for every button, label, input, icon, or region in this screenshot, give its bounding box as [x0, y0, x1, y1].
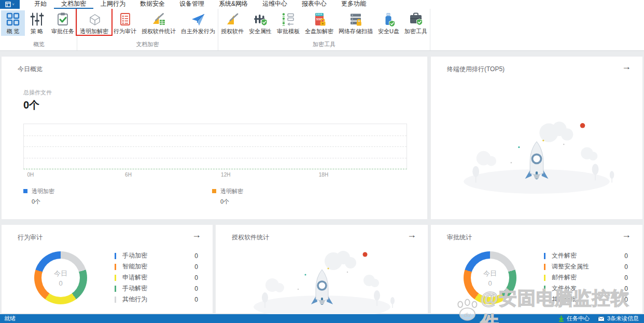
goto-arrow[interactable]: → [192, 230, 201, 239]
ssd-lock-icon: SSD [312, 12, 327, 26]
server-lock-icon [348, 12, 363, 26]
legend-swatch [115, 253, 116, 259]
gridline [24, 146, 407, 147]
donut-center-label: 今日 [54, 269, 67, 278]
ribbon-group-overview: 概 览 策 略 审批任务 [1, 9, 77, 50]
ribbon-item-licensed-software[interactable]: 授权软件 [218, 10, 246, 36]
legend-value: 0个 [220, 198, 243, 206]
legend-row: 文件解密0 [544, 250, 628, 261]
tab-data-security[interactable]: 数据安全 [133, 0, 172, 9]
legend-value: 0 [624, 274, 628, 281]
unread-messages-button[interactable]: 3条未读信息 [598, 315, 639, 322]
tab-report-center[interactable]: 报表中心 [295, 0, 334, 9]
card-title: 今日概览 [18, 65, 43, 74]
card-behavior-audit: 行为审计 → 今日 0 手动加密0 智能加密0 申请解密0 手动解密0 其他行为… [1, 224, 213, 314]
legend-label: 透明解密 [220, 188, 243, 194]
ribbon-group-doc-encryption: 透明加解密 行为审计 授权软件统计 [77, 9, 218, 50]
task-center-label: 任务中心 [567, 315, 590, 322]
tab-device-management[interactable]: 设备管理 [172, 0, 212, 9]
legend-transparent-decrypt: 透明解密 0个 [212, 187, 243, 206]
message-icon [598, 316, 605, 321]
ribbon-item-secure-usb[interactable]: 安全U盘 [375, 10, 402, 36]
x-tick: 12H [221, 172, 230, 178]
legend-label: 申请解密 [122, 273, 194, 282]
legend-label: 手动解密 [122, 284, 194, 293]
ribbon-item-label: 概 览 [6, 28, 19, 35]
ribbon-item-behavior-audit[interactable]: 行为审计 [111, 10, 139, 36]
ribbon-item-approval-tasks[interactable]: 审批任务 [49, 10, 77, 36]
ribbon-group-label: 概览 [1, 40, 77, 50]
card-terminal-ranking: 终端使用排行(TOP5) → [430, 56, 643, 220]
legend-label: 手动加密 [122, 251, 194, 260]
legend-label: 透明加密 [32, 188, 54, 194]
legend-swatch [115, 286, 116, 292]
ribbon-item-self-outgoing[interactable]: 自主外发行为 [178, 10, 218, 36]
ribbon-item-policy[interactable]: 策 略 [25, 10, 49, 36]
org-template-icon [281, 12, 296, 26]
goto-arrow[interactable]: → [407, 230, 416, 239]
donut-center: 今日 0 [471, 259, 509, 297]
legend-value: 0 [194, 274, 198, 281]
ribbon-item-label: 网络存储扫描 [339, 28, 373, 35]
behavior-legend: 手动加密0 智能加密0 申请解密0 手动解密0 其他行为0 [115, 250, 198, 305]
window-icon [5, 2, 11, 7]
legend-value: 0 [624, 252, 628, 260]
legend-swatch [23, 189, 27, 193]
statusbar: 就绪 任务中心 3条未读信息 [0, 314, 644, 323]
card-title: 行为审计 [18, 233, 43, 242]
legend-swatch [115, 297, 116, 303]
legend-swatch [544, 286, 545, 292]
card-licensed-software-stats: 授权软件统计 → [215, 224, 428, 314]
paper-plane-icon [191, 12, 205, 26]
ribbon-item-fulldisk-encryption[interactable]: SSD 全盘加解密 [302, 10, 336, 36]
menu-tabs: 开始 文档加密 上网行为 数据安全 设备管理 系统&网络 运维中心 报表中心 更… [27, 0, 373, 9]
app-menu-button[interactable]: ˅ [0, 0, 20, 9]
metric-value: 0个 [23, 98, 39, 112]
ribbon-item-label: 安全U盘 [378, 28, 399, 35]
legend-label: 文件解密 [552, 251, 624, 260]
ribbon-item-overview[interactable]: 概 览 [1, 10, 25, 36]
ribbon-item-label: 审批任务 [51, 28, 74, 35]
tab-internet-behavior[interactable]: 上网行为 [93, 0, 133, 9]
card-title: 终端使用排行(TOP5) [447, 65, 505, 74]
goto-arrow[interactable]: → [622, 62, 631, 71]
dashboard-content: 今日概览 总操作文件 0个 0H 6H 12H 18H 透明加密 0个 透明解密… [0, 51, 644, 314]
tab-more-functions[interactable]: 更多功能 [334, 0, 373, 9]
ribbon-item-approval-template[interactable]: 审批模板 [274, 10, 302, 36]
tab-doc-encryption[interactable]: 文档加密 [54, 0, 93, 9]
ribbon: 概 览 策 略 审批任务 [0, 9, 644, 51]
legend-label: 其他审批 [552, 295, 624, 304]
ribbon-item-label: 策 略 [30, 28, 43, 35]
download-arrow-icon [558, 316, 564, 322]
ribbon-item-label: 行为审计 [114, 28, 136, 35]
legend-row: 调整安全属性0 [544, 261, 628, 272]
legend-value: 0 [194, 296, 198, 303]
ribbon-item-security-attribute[interactable]: 安全属性 [246, 10, 274, 36]
ribbon-item-network-storage-scan[interactable]: 网络存储扫描 [336, 10, 375, 36]
ribbon-group-label: 加密工具 [218, 40, 430, 50]
ribbon-item-label: 自主外发行为 [181, 28, 215, 35]
ribbon-item-licensed-software-stats[interactable]: 授权软件统计 [139, 10, 178, 36]
legend-row: 邮件解密0 [544, 272, 628, 283]
empty-state-rocket-illustration [454, 111, 620, 194]
goto-arrow[interactable]: → [622, 230, 631, 239]
ribbon-item-label: 透明加解密 [80, 28, 108, 35]
behavior-donut-chart: 今日 0 [34, 251, 87, 304]
cube-icon [87, 12, 102, 26]
status-ready-text: 就绪 [4, 315, 16, 322]
tab-ops-center[interactable]: 运维中心 [255, 0, 295, 9]
legend-swatch [212, 189, 216, 193]
menubar: ˅ 开始 文档加密 上网行为 数据安全 设备管理 系统&网络 运维中心 报表中心… [0, 0, 644, 9]
ruler-pencil-table-icon [151, 12, 166, 26]
task-center-button[interactable]: 任务中心 [558, 315, 590, 322]
metric-label: 总操作文件 [23, 89, 52, 97]
legend-label: 调整安全属性 [552, 262, 624, 271]
legend-label: 文件外发 [552, 284, 624, 293]
tab-start[interactable]: 开始 [27, 0, 54, 9]
legend-row: 手动加密0 [115, 250, 198, 261]
ribbon-item-encryption-tools[interactable]: 加密工具 [402, 10, 430, 36]
donut-center-value: 0 [488, 279, 492, 287]
card-approval-stats: 审批统计 → 今日 0 文件解密0 调整安全属性0 邮件解密0 文件外发0 其他… [430, 224, 643, 314]
tab-system-network[interactable]: 系统&网络 [212, 0, 255, 9]
ribbon-item-transparent-encryption[interactable]: 透明加解密 [77, 10, 111, 36]
